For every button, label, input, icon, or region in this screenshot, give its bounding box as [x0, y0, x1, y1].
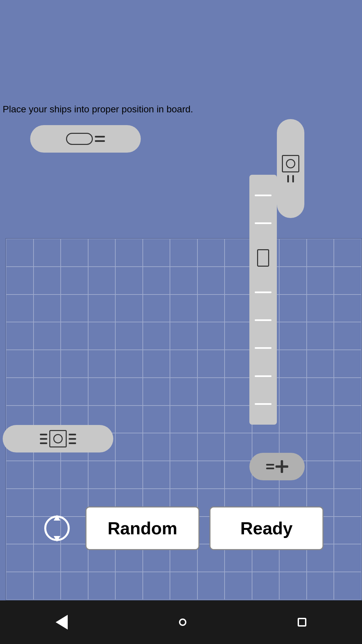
grid-cell [307, 322, 334, 350]
grid-cell [307, 350, 334, 378]
grid-cell [88, 572, 116, 600]
grid-cell [115, 572, 143, 600]
grid-cell [115, 239, 143, 267]
grid-cell [115, 406, 143, 433]
grid-cell [61, 572, 88, 600]
grid-cell [88, 350, 116, 378]
grid-cell [170, 433, 197, 461]
grid-cell [34, 322, 61, 350]
grid-cell [307, 239, 334, 267]
grid-cell [143, 294, 170, 322]
grid-cell [115, 433, 143, 461]
grid-cell [225, 322, 252, 350]
grid-cell [6, 572, 34, 600]
grid-cell [197, 461, 225, 489]
game-board: const g = document.getElementById('game-… [3, 119, 359, 481]
grid-cell [197, 433, 225, 461]
grid-cell [307, 267, 334, 294]
grid-cell [6, 350, 34, 378]
grid-cell [197, 294, 225, 322]
grid-cell [307, 294, 334, 322]
grid-cell [307, 406, 334, 433]
plus-icon [276, 460, 288, 473]
ship-prong [95, 136, 105, 142]
back-icon [56, 615, 68, 630]
grid-cell [279, 378, 307, 406]
ship-small-1[interactable] [249, 453, 305, 480]
grid-cell [197, 378, 225, 406]
grid-cell [334, 294, 361, 322]
recents-icon [298, 618, 306, 627]
grid-cell [34, 572, 61, 600]
grid-cell [279, 267, 307, 294]
ship-mid-box [49, 430, 67, 447]
grid-cell [225, 378, 252, 406]
home-icon [179, 619, 186, 626]
grid-cell [197, 322, 225, 350]
grid-cell [61, 350, 88, 378]
grid-cell [34, 461, 61, 489]
grid-cell [170, 572, 197, 600]
ship-left-prong [40, 434, 47, 444]
grid-cell [225, 406, 252, 433]
refresh-button[interactable] [39, 510, 75, 547]
grid-cell [279, 572, 307, 600]
grid-cell [34, 378, 61, 406]
grid-cell [197, 350, 225, 378]
ship-horizontal-2[interactable] [3, 425, 113, 452]
grid-cell [115, 294, 143, 322]
grid-cell [143, 406, 170, 433]
grid-cell [61, 378, 88, 406]
ship-body [66, 133, 93, 145]
ship-right-prong [69, 434, 76, 444]
grid-cell [170, 239, 197, 267]
grid-cell [197, 406, 225, 433]
grid-cell [334, 350, 361, 378]
grid-cell [334, 378, 361, 406]
grid-cell [334, 239, 361, 267]
ready-button[interactable]: Ready [209, 506, 323, 550]
instruction-text: Place your ships into proper position in… [3, 104, 193, 115]
grid-cell [143, 572, 170, 600]
grid-cell [88, 322, 116, 350]
grid-cell [225, 267, 252, 294]
grid-cell [115, 378, 143, 406]
grid-cell [334, 322, 361, 350]
grid-cell [88, 461, 116, 489]
random-button[interactable]: Random [85, 506, 199, 550]
grid-cell [170, 378, 197, 406]
grid-cell [307, 461, 334, 489]
grid-cell [115, 322, 143, 350]
grid-cell [143, 322, 170, 350]
grid-cell [334, 461, 361, 489]
grid-cell [143, 433, 170, 461]
ship-horizontal-1[interactable] [30, 125, 141, 153]
back-button[interactable] [56, 615, 68, 630]
grid-cell [170, 461, 197, 489]
grid-cell [61, 267, 88, 294]
grid-cell [334, 406, 361, 433]
grid-cell [6, 239, 34, 267]
grid-cell [143, 239, 170, 267]
grid-cell [197, 239, 225, 267]
grid-cell [170, 406, 197, 433]
grid-cell [279, 406, 307, 433]
grid-cell [307, 378, 334, 406]
ship-vertical-2[interactable] [249, 175, 277, 425]
grid-cell [170, 322, 197, 350]
grid-cell [307, 572, 334, 600]
ship-vertical-1[interactable] [277, 119, 304, 218]
recents-button[interactable] [298, 618, 306, 627]
grid-cell [88, 267, 116, 294]
navigation-bar [0, 600, 362, 644]
grid-cell [334, 572, 361, 600]
grid-cell [6, 461, 34, 489]
home-button[interactable] [179, 619, 186, 626]
ship-turret [282, 155, 299, 172]
grid-cell [225, 461, 252, 489]
grid-cell [197, 572, 225, 600]
grid-cell [334, 433, 361, 461]
grid-cell [61, 461, 88, 489]
grid-cell [225, 433, 252, 461]
grid-cell [279, 350, 307, 378]
